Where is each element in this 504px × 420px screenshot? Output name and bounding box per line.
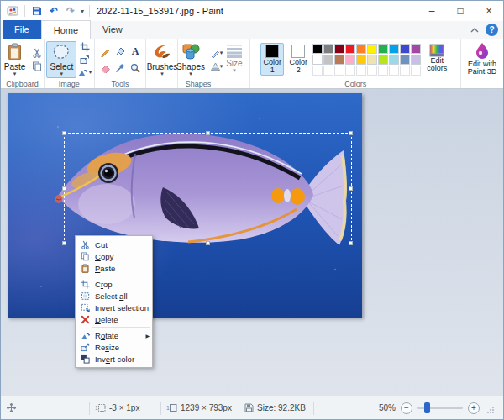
- menu-item-cut[interactable]: Cut: [76, 239, 152, 250]
- palette-swatch[interactable]: [345, 44, 355, 54]
- size-button[interactable]: Size ▾: [222, 41, 247, 78]
- palette-swatch[interactable]: [356, 44, 366, 54]
- image-group: Select ▾ ▾ Image: [45, 39, 95, 88]
- pencil-icon[interactable]: [98, 45, 112, 57]
- edit-with-paint3d-button[interactable]: Edit with Paint 3D: [463, 41, 501, 78]
- zoom-slider[interactable]: [417, 407, 463, 409]
- palette-empty-slot[interactable]: [345, 66, 355, 76]
- zoom-in-button[interactable]: +: [468, 402, 480, 414]
- palette-swatch[interactable]: [378, 55, 388, 65]
- palette-empty-slot[interactable]: [334, 66, 344, 76]
- palette-swatch[interactable]: [389, 55, 399, 65]
- selection-rectangle[interactable]: [64, 133, 352, 244]
- undo-button[interactable]: ↶: [47, 4, 60, 18]
- selection-handle[interactable]: [349, 241, 353, 245]
- palette-empty-slot[interactable]: [356, 66, 366, 76]
- palette-empty-slot[interactable]: [400, 66, 410, 76]
- color1-button[interactable]: Color 1: [260, 43, 284, 76]
- eraser-icon[interactable]: [98, 62, 112, 74]
- canvas-workspace[interactable]: CutCopyPasteCropSelect allInvert selecti…: [1, 89, 503, 396]
- rotate-icon[interactable]: ▾: [78, 67, 92, 78]
- palette-empty-slot[interactable]: [378, 66, 388, 76]
- scissors-icon: [79, 240, 92, 249]
- palette-swatch[interactable]: [400, 44, 410, 54]
- selection-handle[interactable]: [62, 131, 66, 135]
- palette-swatch[interactable]: [312, 55, 323, 65]
- close-button[interactable]: ×: [475, 1, 503, 21]
- select-button[interactable]: Select ▾: [46, 41, 76, 78]
- collapse-ribbon-icon[interactable]: [470, 28, 479, 33]
- palette-swatch[interactable]: [378, 44, 388, 54]
- maximize-button[interactable]: □: [446, 1, 475, 21]
- zoom-controls: 50% − +: [379, 402, 503, 414]
- palette-swatch[interactable]: [334, 55, 344, 65]
- palette-swatch[interactable]: [411, 44, 421, 54]
- menu-item-paste[interactable]: Paste: [76, 262, 152, 274]
- tab-file[interactable]: File: [3, 20, 41, 39]
- tab-view[interactable]: View: [91, 20, 134, 39]
- minimize-button[interactable]: –: [417, 1, 446, 21]
- menu-item-select-all[interactable]: Select all: [76, 290, 152, 302]
- menu-item-crop[interactable]: Crop: [76, 278, 152, 290]
- color2-button[interactable]: Color 2: [286, 43, 310, 76]
- selection-handle[interactable]: [206, 241, 210, 245]
- shapes-button[interactable]: Shapes ▾: [173, 41, 208, 78]
- text-tool-icon[interactable]: A: [129, 45, 142, 57]
- menu-item-invert-color[interactable]: Invert color: [76, 353, 152, 365]
- resize-icon: [79, 343, 92, 352]
- selection-handle[interactable]: [349, 131, 353, 135]
- palette-swatch[interactable]: [323, 55, 333, 65]
- redo-button[interactable]: ↷: [64, 4, 77, 18]
- selection-handle[interactable]: [62, 186, 66, 191]
- menu-item-resize[interactable]: Resize: [76, 341, 152, 353]
- paint3d-icon: [474, 42, 491, 60]
- selection-handle[interactable]: [349, 186, 353, 191]
- save-button[interactable]: [30, 4, 44, 18]
- menu-item-copy[interactable]: Copy: [76, 250, 152, 262]
- palette-empty-slot[interactable]: [389, 66, 399, 76]
- palette-empty-slot[interactable]: [323, 66, 333, 76]
- palette-empty-slot[interactable]: [411, 66, 421, 76]
- cut-icon[interactable]: [30, 47, 44, 59]
- copy-icon[interactable]: [30, 60, 44, 72]
- menu-item-invert-selection[interactable]: Invert selection: [76, 302, 152, 313]
- tab-home[interactable]: Home: [41, 20, 91, 39]
- brush-icon: [152, 43, 172, 61]
- palette-swatch[interactable]: [345, 55, 355, 65]
- palette-swatch[interactable]: [367, 55, 377, 65]
- palette-swatch[interactable]: [323, 44, 333, 54]
- help-icon[interactable]: ?: [486, 24, 498, 36]
- resize-icon[interactable]: [78, 54, 92, 65]
- zoom-slider-thumb[interactable]: [424, 402, 430, 413]
- copy-icon: [79, 252, 92, 261]
- palette-empty-slot[interactable]: [312, 66, 323, 76]
- menu-item-delete[interactable]: Delete: [76, 313, 152, 325]
- customize-qat-dropdown[interactable]: ▾: [81, 8, 84, 15]
- crop-icon[interactable]: [78, 41, 92, 52]
- menu-item-label: Invert selection: [95, 303, 149, 312]
- color-picker-icon[interactable]: [113, 62, 127, 74]
- palette-empty-slot[interactable]: [367, 66, 377, 76]
- palette-swatch[interactable]: [356, 55, 366, 65]
- palette-swatch[interactable]: [312, 44, 323, 54]
- resize-grip[interactable]: [486, 406, 495, 414]
- palette-swatch[interactable]: [334, 44, 344, 54]
- palette-swatch[interactable]: [400, 55, 410, 65]
- paint3d-group: Edit with Paint 3D: [461, 39, 503, 88]
- palette-swatch[interactable]: [389, 44, 399, 54]
- menu-item-label: Delete: [95, 315, 118, 324]
- palette-swatch[interactable]: [367, 44, 377, 54]
- edit-colors-button[interactable]: Edit colors: [423, 43, 450, 73]
- zoom-out-button[interactable]: −: [401, 402, 412, 414]
- selection-handle[interactable]: [206, 131, 210, 135]
- fill-bucket-icon[interactable]: [113, 45, 127, 57]
- titlebar: ↶ ↷ ▾ 2022-11-15_153917.jpg - Paint – □ …: [1, 1, 503, 21]
- menu-item-rotate[interactable]: Rotate▶: [76, 329, 152, 341]
- palette-swatch[interactable]: [411, 55, 421, 65]
- magnifier-icon[interactable]: [129, 62, 142, 74]
- paste-button[interactable]: Paste ▾: [1, 41, 29, 78]
- shapes-icon: [181, 43, 201, 61]
- selection-size-segment: 1 -3 × 1px: [90, 396, 160, 419]
- colors-group: Color 1 Color 2 Edit colors Colors: [250, 39, 461, 88]
- selection-handle[interactable]: [62, 241, 66, 245]
